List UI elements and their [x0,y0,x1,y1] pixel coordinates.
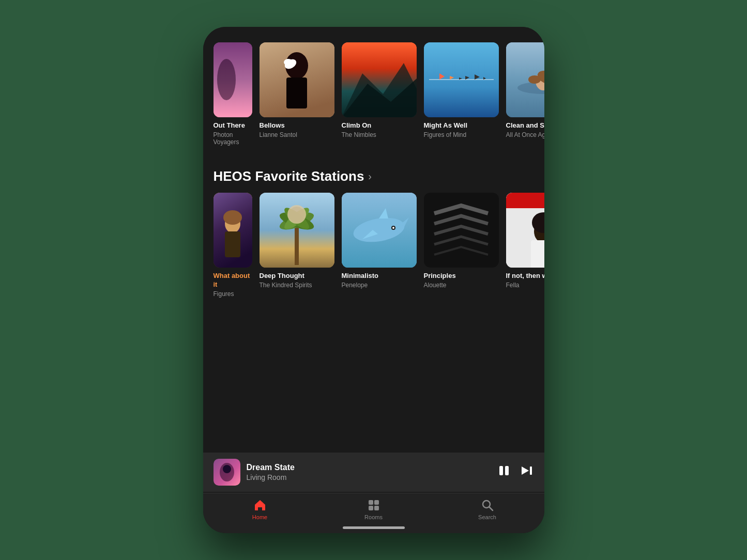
now-playing-bar[interactable]: Dream State Living Room [203,453,544,492]
card-climb-on-title: Climb On [342,121,417,130]
card-bellows-artist: Lianne Santol [260,131,334,138]
phone-container: Out There Photon Voyagers [203,27,544,533]
card-might-as-well-artist: Figures of Mind [424,131,499,138]
card-deep-thought[interactable]: Deep Thought The Kindred Spirits [260,193,334,298]
now-playing-location: Living Room [247,473,491,481]
card-might-as-well[interactable]: Might As Well Figures of Mind [424,42,499,146]
card-principles-artist: Alouette [424,282,499,289]
card-climb-on[interactable]: Climb On The Nimbles [342,42,417,146]
svg-point-43 [289,207,304,222]
home-indicator [343,526,405,529]
svg-rect-53 [506,193,544,208]
now-playing-art [214,459,240,486]
card-out-there-title: Out There [214,121,252,130]
card-deep-thought-artist: The Kindred Spirits [260,282,334,289]
svg-point-66 [223,465,231,473]
svg-rect-68 [505,466,509,475]
stations-row: What about it Figures [203,193,544,298]
stations-title: HEOS Favorite Stations [214,168,364,184]
svg-rect-71 [369,500,373,505]
card-minimalisto-artist: Penelope [342,282,417,289]
card-clean-serene-artist: All At Once Again [506,131,544,138]
svg-marker-69 [522,466,529,475]
now-playing-controls [497,463,534,481]
scroll-content: Out There Photon Voyagers [203,27,544,461]
card-deep-thought-title: Deep Thought [260,272,334,281]
svg-rect-37 [295,224,299,265]
tab-home[interactable]: Home [203,499,317,520]
card-if-not-title: If not, then when? [506,272,544,281]
tab-rooms-label: Rooms [364,514,383,520]
svg-point-1 [217,59,236,100]
card-minimalisto-title: Minimalisto [342,272,417,281]
card-bellows-title: Bellows [260,121,334,130]
svg-rect-56 [531,240,544,268]
now-playing-info: Dream State Living Room [247,463,491,481]
svg-rect-67 [499,466,503,475]
card-what-about-title: What about it [214,272,252,289]
svg-rect-4 [286,77,307,108]
card-clean-serene-title: Clean and Serene [506,121,544,130]
svg-rect-72 [374,500,379,505]
stations-section: HEOS Favorite Stations › [203,156,544,308]
card-what-about-artist: Figures [214,290,252,298]
card-out-there[interactable]: Out There Photon Voyagers [214,42,252,146]
card-climb-on-artist: The Nimbles [342,131,417,138]
card-out-there-artist: Photon Voyagers [214,131,252,146]
tab-search[interactable]: Search [431,499,544,520]
stations-header: HEOS Favorite Stations › [203,156,544,193]
svg-rect-74 [374,506,379,510]
svg-point-34 [223,210,242,225]
svg-point-49 [392,227,394,229]
svg-line-76 [489,507,493,511]
svg-rect-73 [369,506,373,510]
next-button[interactable] [520,463,534,481]
card-might-as-well-title: Might As Well [424,121,499,130]
card-principles-title: Principles [424,272,499,281]
recently-played-section: Out There Photon Voyagers [203,27,544,156]
now-playing-title: Dream State [247,463,491,472]
card-clean-serene[interactable]: Clean and Serene All At Once Again [506,42,544,146]
tab-search-label: Search [478,514,496,520]
card-bellows[interactable]: Bellows Lianne Santol [260,42,334,146]
card-if-not-artist: Fella [506,282,544,289]
card-minimalisto[interactable]: Minimalisto Penelope [342,193,417,298]
svg-rect-35 [225,231,240,257]
card-principles[interactable]: Principles Alouette [424,193,499,298]
recently-played-row: Out There Photon Voyagers [203,27,544,146]
tab-rooms[interactable]: Rooms [317,499,431,520]
stations-arrow[interactable]: › [368,170,372,182]
card-what-about-it[interactable]: What about it Figures [214,193,252,298]
pause-button[interactable] [497,463,511,481]
svg-point-22 [528,75,541,84]
svg-rect-70 [530,466,532,475]
card-if-not[interactable]: If not, then when? Fella [506,193,544,298]
tab-home-label: Home [252,514,267,520]
